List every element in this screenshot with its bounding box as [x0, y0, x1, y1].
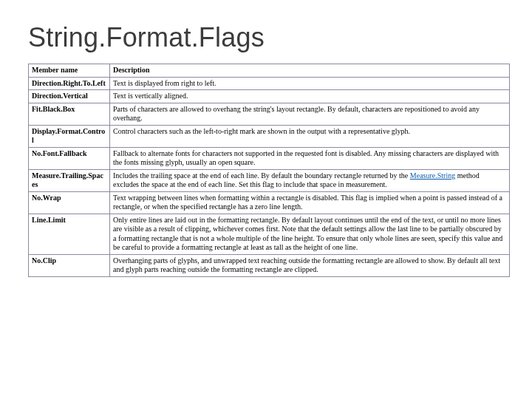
member-name: No.Font.Fallback [29, 147, 110, 169]
desc-text-pre: Includes the trailing space at the end o… [113, 171, 410, 180]
member-desc: Text is vertically aligned. [110, 90, 510, 103]
member-desc: Includes the trailing space at the end o… [110, 169, 510, 191]
col-header-member: Member name [29, 64, 110, 78]
measure-string-link[interactable]: Measure.String [410, 171, 455, 180]
member-name: Fit.Black.Box [29, 103, 110, 125]
slide: String.Format.Flags Member name Descript… [0, 0, 532, 399]
member-desc: Control characters such as the left-to-r… [110, 125, 510, 147]
table-row: Direction.Vertical Text is vertically al… [29, 90, 510, 103]
member-name: No.Clip [29, 254, 110, 276]
table-row: Direction.Right.To.Left Text is displaye… [29, 77, 510, 90]
table-row: Fit.Black.Box Parts of characters are al… [29, 103, 510, 125]
table-header-row: Member name Description [29, 64, 510, 78]
member-desc: Overhanging parts of glyphs, and unwrapp… [110, 254, 510, 276]
member-desc: Fallback to alternate fonts for characte… [110, 147, 510, 169]
table-row: No.Clip Overhanging parts of glyphs, and… [29, 254, 510, 276]
member-name: No.Wrap [29, 191, 110, 214]
member-name: Line.Limit [29, 214, 110, 254]
table-row: Line.Limit Only entire lines are laid ou… [29, 214, 510, 254]
member-desc: Parts of characters are allowed to overh… [110, 103, 510, 125]
member-name: Direction.Vertical [29, 90, 110, 103]
member-name: Direction.Right.To.Left [29, 77, 110, 90]
table-row: Display.Format.Control Control character… [29, 125, 510, 147]
table-row: Measure.Trailing.Spaces Includes the tra… [29, 169, 510, 191]
member-desc: Text wrapping between lines when formatt… [110, 191, 510, 214]
member-desc: Text is displayed from right to left. [110, 77, 510, 90]
member-name: Measure.Trailing.Spaces [29, 169, 110, 191]
table-row: No.Wrap Text wrapping between lines when… [29, 191, 510, 214]
member-desc: Only entire lines are laid out in the fo… [110, 214, 510, 254]
col-header-description: Description [110, 64, 510, 78]
member-name: Display.Format.Control [29, 125, 110, 147]
flags-table: Member name Description Direction.Right.… [28, 64, 510, 277]
page-title: String.Format.Flags [28, 22, 510, 53]
table-row: No.Font.Fallback Fallback to alternate f… [29, 147, 510, 169]
